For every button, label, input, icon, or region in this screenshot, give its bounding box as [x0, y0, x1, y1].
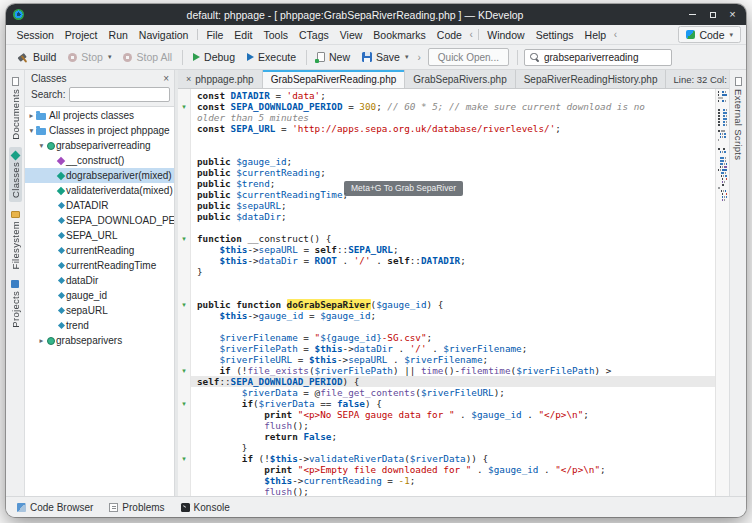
expand-arrow-icon[interactable]: ▸ — [27, 112, 36, 120]
menu-help[interactable]: Help — [579, 27, 612, 43]
code-line[interactable]: self::SEPA_DOWNLOAD_PERIOD) { — [191, 376, 715, 387]
code-line[interactable]: } — [191, 266, 715, 277]
tree-item-gauge-id[interactable]: gauge_id — [25, 288, 174, 303]
tree-item-grabsepariverreading[interactable]: ▾grabsepariverreading — [25, 138, 174, 153]
tree-item-validateriverdata-mixed[interactable]: validateriverdata(mixed) — [25, 183, 174, 198]
classes-search-input[interactable] — [69, 87, 170, 102]
code-line[interactable]: const SEPA_URL = 'http://apps.sepa.org.u… — [191, 123, 715, 134]
code-line[interactable]: public $currentReadingTime; — [191, 189, 715, 200]
tree-item-datadir[interactable]: dataDir — [25, 273, 174, 288]
code-line[interactable] — [191, 145, 715, 156]
dock-tab-documents[interactable]: Documents — [9, 73, 22, 144]
tab-grabseparivers-php[interactable]: GrabSepaRivers.php — [405, 70, 515, 88]
menu-run[interactable]: Run — [103, 27, 133, 43]
tree-item-sepa-download-period[interactable]: SEPA_DOWNLOAD_PERIOD — [25, 213, 174, 228]
tree-item-classes-in-project-phppage[interactable]: ▾Classes in project phppage — [25, 123, 174, 138]
minimize-icon[interactable] — [686, 8, 699, 21]
code-line[interactable]: $this->dataDir = ROOT . '/' . self::DATA… — [191, 255, 715, 266]
execute-button[interactable]: Execute — [241, 49, 302, 65]
code-line[interactable] — [191, 321, 715, 332]
tree-item-trend[interactable]: trend — [25, 318, 174, 333]
menu-edit[interactable]: Edit — [229, 27, 258, 43]
menu-ctags[interactable]: CTags — [293, 27, 334, 43]
menu-window[interactable]: Window — [482, 27, 530, 43]
menu-tools[interactable]: Tools — [258, 27, 294, 43]
code-line[interactable]: $riverFilename = "${gauge_id}-SG.csv"; — [191, 332, 715, 343]
collapse-arrow-icon[interactable]: ▾ — [37, 142, 46, 150]
fold-marker-icon[interactable]: ▾ — [178, 299, 190, 310]
problems-button[interactable]: Problems — [103, 500, 170, 515]
menu-view[interactable]: View — [334, 27, 368, 43]
tree-item-currentreading[interactable]: currentReading — [25, 243, 174, 258]
code-line[interactable]: $this->currentReading = -1; — [191, 475, 715, 486]
dock-tab-filesystem[interactable]: Filesystem — [9, 205, 22, 273]
code-line[interactable]: $riverData = @file_get_contents($riverFi… — [191, 387, 715, 398]
dock-tab-projects[interactable]: Projects — [9, 276, 22, 332]
code-browser-button[interactable]: Code Browser — [11, 500, 99, 515]
code-line[interactable]: function __construct() { — [191, 233, 715, 244]
code-line[interactable]: const DATADIR = 'data'; — [191, 90, 715, 101]
tree-item-all-projects-classes[interactable]: ▸All projects classes — [25, 108, 174, 123]
code-menu-button[interactable]: Code ▾ — [678, 26, 741, 43]
code-line[interactable]: older than 5 minutes — [191, 112, 715, 123]
code-area[interactable]: const DATADIR = 'data';const SEPA_DOWNLO… — [191, 89, 715, 496]
tab-grabsepariverreading-php[interactable]: GrabSepaRiverReading.php — [263, 70, 406, 88]
editor[interactable]: ▾▾▾▾▾▾ const DATADIR = 'data';const SEPA… — [178, 89, 729, 496]
tree-item-dograbsepariver-mixed[interactable]: dograbsepariver(mixed) — [25, 168, 174, 183]
code-line[interactable]: public $dataDir; — [191, 211, 715, 222]
collapse-arrow-icon[interactable]: ▾ — [27, 127, 36, 135]
code-line[interactable]: if (!file_exists($riverFilePath) || time… — [191, 365, 715, 376]
search-input[interactable] — [544, 52, 666, 63]
code-line[interactable]: $this->sepaURL = self::SEPA_URL; — [191, 244, 715, 255]
code-line[interactable]: $riverFilePath = $this->dataDir . '/' . … — [191, 343, 715, 354]
fold-marker-icon[interactable]: ▾ — [178, 453, 190, 464]
tab-separiverreadinghistory-php[interactable]: SepaRiverReadingHistory.php — [516, 70, 667, 88]
build-button[interactable]: Build — [12, 49, 62, 65]
menu-file[interactable]: File — [201, 27, 229, 43]
code-line[interactable]: } — [191, 442, 715, 453]
code-line[interactable]: print "<p>Empty file downloaded for " . … — [191, 464, 715, 475]
quick-open-button[interactable]: Quick Open... — [428, 48, 509, 66]
tree-item-currentreadingtime[interactable]: currentReadingTime — [25, 258, 174, 273]
konsole-button[interactable]: Konsole — [175, 500, 236, 515]
fold-marker-icon[interactable]: ▾ — [178, 398, 190, 409]
fold-marker-icon[interactable]: ▾ — [178, 365, 190, 376]
tree-item-sepa-url[interactable]: SEPA_URL — [25, 228, 174, 243]
code-line[interactable]: flush(); — [191, 420, 715, 431]
code-line[interactable]: print "<p>No SEPA gauge data for " . $ga… — [191, 409, 715, 420]
tree-item-sepaurl[interactable]: sepaURL — [25, 303, 174, 318]
code-line[interactable]: if (!$this->validateRiverData($riverData… — [191, 453, 715, 464]
code-line[interactable]: return False; — [191, 431, 715, 442]
code-line[interactable] — [191, 134, 715, 145]
code-line[interactable]: public function doGrabSepaRiver($gauge_i… — [191, 299, 715, 310]
titlebar[interactable]: default: phppage - [ phppage:GrabSepaRiv… — [6, 4, 746, 25]
fold-marker-icon[interactable]: ▾ — [178, 101, 190, 112]
code-line[interactable] — [191, 277, 715, 288]
panel-close-icon[interactable]: × — [163, 74, 169, 84]
new-button[interactable]: New — [311, 49, 356, 65]
fold-marker-icon[interactable]: ▾ — [178, 233, 190, 244]
code-line[interactable]: $this->gauge_id = $gauge_id; — [191, 310, 715, 321]
code-line[interactable]: $riverFileURL = $this->sepaURL . $riverF… — [191, 354, 715, 365]
tab-close-icon[interactable]: × — [186, 75, 191, 84]
menu-session[interactable]: Session — [11, 27, 59, 43]
menu-code[interactable]: Code — [431, 27, 467, 43]
code-line[interactable]: if($riverData == false) { — [191, 398, 715, 409]
code-line[interactable] — [191, 288, 715, 299]
save-button[interactable]: Save▾ — [356, 49, 414, 65]
close-icon[interactable]: × — [726, 8, 739, 21]
debug-button[interactable]: Debug — [187, 49, 241, 65]
dock-tab-classes[interactable]: Classes — [9, 147, 22, 202]
code-line[interactable]: public $currentReading; — [191, 167, 715, 178]
menu-navigation[interactable]: Navigation — [133, 27, 194, 43]
code-line[interactable]: const SEPA_DOWNLOAD_PERIOD = 300; // 60 … — [191, 101, 715, 112]
tree-item-datadir[interactable]: DATADIR — [25, 198, 174, 213]
minimap[interactable] — [715, 89, 729, 496]
tab-phppage-php[interactable]: ×phppage.php — [178, 70, 263, 88]
expand-arrow-icon[interactable]: ▸ — [37, 337, 46, 345]
maximize-icon[interactable] — [706, 8, 719, 21]
dock-tab-external-scripts[interactable]: External Scripts — [732, 73, 745, 164]
code-line[interactable]: public $gauge_id; — [191, 156, 715, 167]
menu-bookmarks[interactable]: Bookmarks — [368, 27, 432, 43]
tree-item-grabseparivers[interactable]: ▸grabseparivers — [25, 333, 174, 348]
